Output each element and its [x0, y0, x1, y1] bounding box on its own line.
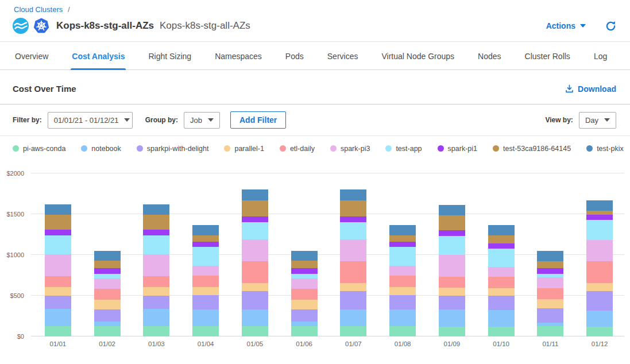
- bar-segment-test-53ca9186-64145[interactable]: [242, 200, 268, 216]
- bar-segment-test-pkix[interactable]: [488, 225, 515, 235]
- bar-segment-pi-aws-conda[interactable]: [586, 327, 613, 336]
- actions-button[interactable]: Actions: [546, 21, 586, 30]
- bar-segment-pi-aws-conda[interactable]: [143, 326, 169, 336]
- legend-item-parallel-1[interactable]: parallel-1: [224, 145, 264, 153]
- bar-segment-notebook[interactable]: [439, 309, 465, 327]
- bar-segment-sparkpi-with-delight[interactable]: [340, 291, 366, 309]
- bar-segment-pi-aws-conda[interactable]: [192, 326, 219, 336]
- bar-stack-01/05[interactable]: [242, 189, 268, 336]
- bar-segment-spark-pi3[interactable]: [45, 254, 71, 276]
- bar-segment-parallel-1[interactable]: [242, 283, 268, 291]
- bar-segment-parallel-1[interactable]: [488, 288, 515, 296]
- bar-segment-test-53ca9186-64145[interactable]: [340, 200, 366, 216]
- bar-segment-test-app[interactable]: [291, 274, 318, 279]
- bar-stack-01/09[interactable]: [439, 205, 465, 336]
- bar-segment-test-pkix[interactable]: [291, 251, 318, 261]
- bar-segment-test-pkix[interactable]: [389, 225, 416, 235]
- legend-item-test-app[interactable]: test-app: [385, 145, 422, 153]
- bar-stack-01/03[interactable]: [143, 204, 169, 336]
- bar-segment-spark-pi3[interactable]: [439, 255, 465, 277]
- bar-segment-parallel-1[interactable]: [291, 300, 318, 309]
- tab-log[interactable]: Log: [593, 52, 608, 69]
- bar-segment-sparkpi-with-delight[interactable]: [242, 291, 268, 309]
- bar-segment-pi-aws-conda[interactable]: [389, 326, 416, 336]
- legend-item-notebook[interactable]: notebook: [81, 145, 121, 153]
- bar-segment-spark-pi1[interactable]: [439, 230, 465, 236]
- bar-stack-01/11[interactable]: [537, 251, 563, 336]
- bar-segment-test-pkix[interactable]: [537, 251, 563, 261]
- bar-segment-pi-aws-conda[interactable]: [340, 326, 366, 336]
- bar-segment-notebook[interactable]: [291, 322, 318, 326]
- bar-segment-sparkpi-with-delight[interactable]: [488, 296, 515, 310]
- bar-stack-01/12[interactable]: [586, 200, 613, 336]
- bar-segment-spark-pi1[interactable]: [586, 215, 613, 220]
- bar-segment-notebook[interactable]: [94, 322, 121, 326]
- bar-segment-notebook[interactable]: [143, 309, 169, 326]
- bar-segment-spark-pi3[interactable]: [537, 277, 563, 288]
- bar-segment-etl-daily[interactable]: [340, 261, 366, 283]
- bar-segment-test-53ca9186-64145[interactable]: [45, 215, 71, 230]
- bar-stack-01/02[interactable]: [94, 251, 121, 336]
- bar-segment-spark-pi3[interactable]: [242, 239, 268, 261]
- legend-item-spark-pi1[interactable]: spark-pi1: [438, 145, 477, 153]
- bar-segment-test-app[interactable]: [488, 249, 515, 266]
- tab-cost-analysis[interactable]: Cost Analysis: [71, 52, 126, 69]
- bar-segment-spark-pi1[interactable]: [192, 242, 219, 247]
- legend-item-test-pkix[interactable]: test-pkix: [586, 145, 624, 153]
- bar-segment-spark-pi3[interactable]: [340, 239, 366, 261]
- refresh-button[interactable]: [605, 21, 616, 32]
- bar-segment-sparkpi-with-delight[interactable]: [537, 308, 563, 323]
- bar-segment-spark-pi1[interactable]: [143, 230, 169, 235]
- bar-segment-test-pkix[interactable]: [192, 225, 219, 235]
- bar-segment-test-53ca9186-64145[interactable]: [586, 211, 613, 215]
- bar-segment-test-app[interactable]: [94, 274, 121, 279]
- bar-segment-spark-pi1[interactable]: [45, 230, 71, 235]
- bar-segment-pi-aws-conda[interactable]: [537, 326, 563, 336]
- bar-segment-sparkpi-with-delight[interactable]: [192, 295, 219, 309]
- bar-stack-01/01[interactable]: [45, 204, 71, 336]
- bar-segment-spark-pi1[interactable]: [94, 268, 121, 274]
- bar-segment-test-53ca9186-64145[interactable]: [192, 235, 219, 242]
- bar-segment-pi-aws-conda[interactable]: [439, 327, 465, 336]
- bar-segment-test-53ca9186-64145[interactable]: [291, 261, 318, 268]
- download-button[interactable]: Download: [565, 84, 616, 94]
- bar-segment-test-pkix[interactable]: [143, 204, 169, 215]
- bar-segment-notebook[interactable]: [488, 310, 515, 327]
- tab-virtual-node-groups[interactable]: Virtual Node Groups: [380, 52, 455, 69]
- bar-segment-etl-daily[interactable]: [242, 261, 268, 283]
- bar-segment-etl-daily[interactable]: [143, 276, 169, 287]
- view-by-dropdown[interactable]: Day: [579, 112, 616, 129]
- bar-segment-notebook[interactable]: [389, 309, 416, 326]
- bar-segment-test-pkix[interactable]: [439, 205, 465, 215]
- bar-segment-notebook[interactable]: [192, 309, 219, 326]
- bar-segment-test-53ca9186-64145[interactable]: [488, 235, 515, 243]
- bar-segment-test-app[interactable]: [586, 220, 613, 240]
- bar-segment-test-53ca9186-64145[interactable]: [389, 235, 416, 242]
- bar-segment-etl-daily[interactable]: [291, 289, 318, 300]
- bar-segment-test-pkix[interactable]: [242, 189, 268, 200]
- bar-segment-test-app[interactable]: [45, 235, 71, 254]
- bar-segment-sparkpi-with-delight[interactable]: [45, 296, 71, 309]
- bar-segment-test-53ca9186-64145[interactable]: [439, 215, 465, 231]
- bar-segment-test-app[interactable]: [242, 222, 268, 240]
- bar-segment-spark-pi3[interactable]: [586, 240, 613, 262]
- bar-segment-test-app[interactable]: [439, 236, 465, 255]
- tab-right-sizing[interactable]: Right Sizing: [147, 52, 192, 69]
- breadcrumb-link-cloud-clusters[interactable]: Cloud Clusters: [14, 5, 63, 14]
- bar-segment-notebook[interactable]: [586, 311, 613, 327]
- bar-segment-parallel-1[interactable]: [94, 300, 121, 309]
- bar-segment-etl-daily[interactable]: [45, 276, 71, 287]
- bar-segment-notebook[interactable]: [242, 309, 268, 326]
- bar-segment-test-53ca9186-64145[interactable]: [94, 261, 121, 268]
- bar-segment-etl-daily[interactable]: [439, 277, 465, 287]
- bar-segment-etl-daily[interactable]: [94, 289, 121, 300]
- tab-nodes[interactable]: Nodes: [477, 52, 502, 69]
- bar-segment-test-app[interactable]: [340, 222, 366, 240]
- bar-segment-sparkpi-with-delight[interactable]: [389, 295, 416, 309]
- bar-stack-01/10[interactable]: [488, 225, 515, 336]
- tab-services[interactable]: Services: [326, 52, 360, 69]
- bar-segment-test-app[interactable]: [389, 247, 416, 266]
- legend-item-test-53ca9186-64145[interactable]: test-53ca9186-64145: [493, 145, 571, 153]
- bar-segment-spark-pi1[interactable]: [537, 268, 563, 274]
- bar-segment-pi-aws-conda[interactable]: [291, 326, 318, 336]
